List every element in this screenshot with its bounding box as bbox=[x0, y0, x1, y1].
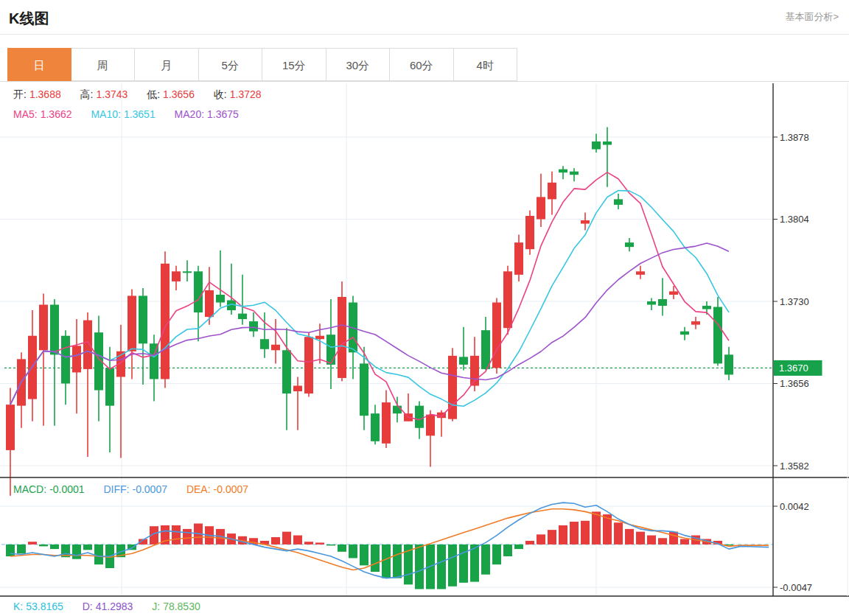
tab-4hour[interactable]: 4时 bbox=[454, 48, 518, 81]
j-label: J: bbox=[152, 601, 160, 612]
d-value: 41.2983 bbox=[96, 601, 133, 612]
ma5-label: MA5: bbox=[13, 108, 38, 120]
dea-value: -0.0007 bbox=[214, 483, 248, 495]
tab-week[interactable]: 周 bbox=[71, 48, 136, 81]
tab-day[interactable]: 日 bbox=[7, 48, 71, 81]
diff-label: DIFF: bbox=[104, 483, 130, 495]
svg-text:0.0042: 0.0042 bbox=[780, 501, 809, 512]
low-label: 低: bbox=[147, 88, 160, 100]
svg-text:1.3730: 1.3730 bbox=[780, 296, 809, 307]
k-label: K: bbox=[13, 601, 23, 612]
close-label: 收: bbox=[214, 88, 227, 100]
ma20-value: 1.3675 bbox=[207, 108, 239, 120]
svg-text:1.3878: 1.3878 bbox=[780, 132, 809, 143]
tab-month[interactable]: 月 bbox=[135, 48, 199, 81]
diff-value: -0.0007 bbox=[133, 483, 167, 495]
k-value: 53.8165 bbox=[26, 601, 63, 612]
ma10-value: 1.3651 bbox=[124, 108, 156, 120]
macd-legend: MACD:-0.0001 DIFF:-0.0007 DEA:-0.0007 bbox=[13, 483, 251, 495]
d-label: D: bbox=[83, 601, 93, 612]
macd-value: -0.0001 bbox=[49, 483, 84, 495]
ma10-label: MA10: bbox=[91, 108, 120, 120]
close-value: 1.3728 bbox=[230, 88, 262, 100]
high-value: 1.3743 bbox=[97, 88, 128, 100]
tab-15min[interactable]: 15分 bbox=[262, 48, 326, 81]
svg-text:1.3656: 1.3656 bbox=[780, 378, 809, 389]
tab-5min[interactable]: 5分 bbox=[199, 48, 263, 81]
svg-text:1.3582: 1.3582 bbox=[780, 461, 809, 472]
kline-page: { "header": { "title": "K线图", "link": "基… bbox=[0, 0, 849, 616]
interval-tabbar: 日 周 月 5分 15分 30分 60分 4时 bbox=[7, 48, 517, 81]
ma5-value: 1.3662 bbox=[41, 108, 72, 120]
header-divider bbox=[0, 34, 849, 35]
ohlc-legend: 开:1.3688 高:1.3743 低:1.3656 收:1.3728 bbox=[13, 88, 265, 102]
open-value: 1.3688 bbox=[29, 88, 61, 100]
dea-label: DEA: bbox=[186, 483, 211, 495]
tab-30min[interactable]: 30分 bbox=[326, 48, 391, 81]
open-label: 开: bbox=[13, 88, 27, 100]
fundamental-analysis-link[interactable]: 基本面分析> bbox=[785, 10, 839, 24]
tab-60min[interactable]: 60分 bbox=[390, 48, 454, 81]
page-title: K线图 bbox=[9, 9, 49, 29]
kline-chart[interactable]: 1.38781.38041.37301.36561.35820.0042-0.0… bbox=[0, 83, 849, 616]
svg-text:1.3804: 1.3804 bbox=[780, 214, 809, 225]
high-label: 高: bbox=[80, 88, 94, 100]
ma-legend: MA5:1.3662 MA10:1.3651 MA20:1.3675 bbox=[13, 108, 242, 120]
macd-label: MACD: bbox=[13, 483, 46, 495]
svg-text:1.3670: 1.3670 bbox=[779, 363, 808, 374]
svg-text:-0.0047: -0.0047 bbox=[780, 582, 812, 593]
low-value: 1.3656 bbox=[163, 88, 195, 100]
kdj-legend: K:53.8165 D:41.2983 J:78.8530 bbox=[13, 601, 203, 612]
j-value: 78.8530 bbox=[163, 601, 200, 612]
ma20-label: MA20: bbox=[175, 108, 204, 120]
kline-chart-canvas[interactable]: 1.38781.38041.37301.36561.35820.0042-0.0… bbox=[0, 83, 849, 616]
